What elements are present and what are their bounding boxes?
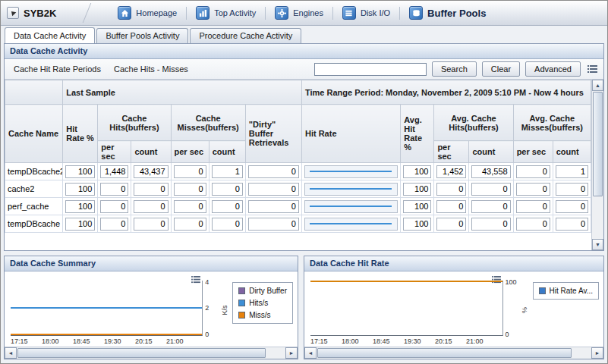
hits-per-sec-value: 1,448 xyxy=(100,165,128,178)
link-cache-hits-misses[interactable]: Cache Hits - Misses xyxy=(114,64,188,74)
search-button[interactable]: Search xyxy=(432,61,477,77)
vertical-scrollbar: ▲ ▼ xyxy=(591,80,603,250)
x-tick-label: 18:00 xyxy=(342,337,373,347)
scroll-thumb[interactable] xyxy=(317,348,572,358)
col-hits-per-sec[interactable]: per sec xyxy=(98,141,131,163)
hit-rate-y-axis: 100 0 xyxy=(503,281,520,347)
summary-y-axis: 4 2 0 xyxy=(203,281,219,347)
tab-procedure-cache-activity[interactable]: Procedure Cache Activity xyxy=(190,28,301,43)
avg-misses-count-value: 0 xyxy=(556,183,588,196)
nav-homepage[interactable]: Homepage xyxy=(109,4,186,22)
col-cache-hits[interactable]: Cache Hits(buffers) xyxy=(98,105,171,141)
scroll-right-arrow[interactable]: ► xyxy=(285,347,298,359)
table-row[interactable]: cache2 100 0 0 0 0 0 100 0 0 0 xyxy=(5,180,591,198)
x-tick-label: 20:15 xyxy=(135,337,166,347)
scroll-right-arrow[interactable]: ► xyxy=(591,347,603,359)
top-activity-icon xyxy=(196,6,209,20)
avg-misses-per-sec-value: 0 xyxy=(516,183,550,196)
nav-disk-io[interactable]: Disk I/O xyxy=(333,4,399,22)
col-cache-name[interactable]: Cache Name xyxy=(5,105,63,163)
col-avg-hits-per-sec[interactable]: per sec xyxy=(434,141,469,163)
avg-misses-count-value: 0 xyxy=(556,218,588,231)
hit-rate-x-axis: 17:15 18:00 18:45 19:30 20:15 21:00 xyxy=(310,336,503,347)
col-cache-misses[interactable]: Cache Misses(buffers) xyxy=(171,105,245,141)
collapse-icon[interactable] xyxy=(7,7,19,19)
scroll-thumb[interactable] xyxy=(17,348,266,358)
col-dirty-buffer-retrievals[interactable]: "Dirty" Buffer Retrievals xyxy=(245,105,301,163)
grid-wrap: Last Sample Time Range Period: Monday, N… xyxy=(5,80,591,250)
misses-count-value: 0 xyxy=(212,218,243,231)
col-misses-per-sec[interactable]: per sec xyxy=(171,141,209,163)
scroll-track[interactable] xyxy=(317,347,591,359)
col-hit-rate[interactable]: Hit Rate xyxy=(301,105,400,163)
scroll-left-arrow[interactable]: ◄ xyxy=(5,347,17,359)
col-avg-cache-hits[interactable]: Avg. Cache Hits(buffers) xyxy=(434,105,513,141)
col-avg-cache-misses[interactable]: Avg. Cache Misses(buffers) xyxy=(513,105,591,141)
legend-label: Hit Rate Av... xyxy=(550,287,593,295)
hits-per-sec-value: 0 xyxy=(100,200,128,213)
tab-data-cache-activity[interactable]: Data Cache Activity xyxy=(5,27,95,43)
col-hit-rate-pct[interactable]: Hit Rate % xyxy=(63,105,98,163)
hit-rate-y-unit-label: % xyxy=(520,281,530,347)
hit-rate-chart-menu-icon[interactable] xyxy=(492,273,501,287)
avg-hit-rate-value: 100 xyxy=(403,218,431,231)
legend-label: Dirty Buffer xyxy=(249,287,287,295)
misses-count-value: 0 xyxy=(212,183,243,196)
nav-top-activity[interactable]: Top Activity xyxy=(187,4,265,22)
avg-hits-count-value: 0 xyxy=(471,183,510,196)
summary-legend: Dirty Buffer Hits/s Miss/s xyxy=(232,282,293,324)
search-input[interactable] xyxy=(314,63,427,76)
avg-hit-rate-value: 100 xyxy=(403,200,431,213)
data-cache-activity-panel: Data Cache Activity Cache Hit Rate Perio… xyxy=(4,43,604,251)
avg-hits-per-sec-value: 0 xyxy=(436,218,466,231)
scroll-thumb[interactable] xyxy=(593,92,603,196)
title-divider xyxy=(83,3,92,23)
col-misses-count[interactable]: count xyxy=(209,141,245,163)
legend-item-dirty-buffer: Dirty Buffer xyxy=(238,287,287,295)
grid-menu-icon[interactable] xyxy=(586,64,598,74)
tab-buffer-pools-activity[interactable]: Buffer Pools Activity xyxy=(96,28,188,43)
table-area: Last Sample Time Range Period: Monday, N… xyxy=(5,80,603,250)
hits-count-value: 0 xyxy=(134,183,168,196)
homepage-icon xyxy=(118,6,131,20)
avg-hit-rate-value: 100 xyxy=(403,183,431,196)
panel-toolbar: Cache Hit Rate Periods Cache Hits - Miss… xyxy=(5,59,603,80)
summary-y-unit-label: K/s xyxy=(219,281,229,347)
y-tick-label: 0 xyxy=(506,331,509,338)
col-hits-count[interactable]: count xyxy=(131,141,171,163)
top-bar: SYB2K Homepage Top Activity xyxy=(1,1,607,26)
summary-horizontal-scrollbar: ◄ ► xyxy=(5,347,298,359)
scroll-left-arrow[interactable]: ◄ xyxy=(304,347,317,359)
nav-buffer-pools[interactable]: Buffer Pools xyxy=(400,4,495,22)
misses-count-value: 0 xyxy=(212,200,243,213)
scroll-up-arrow[interactable]: ▲ xyxy=(592,80,603,91)
link-cache-hit-rate-periods[interactable]: Cache Hit Rate Periods xyxy=(14,64,101,74)
summary-plot-area xyxy=(11,281,203,336)
scroll-track[interactable] xyxy=(17,347,285,359)
col-avg-hit-rate-pct[interactable]: Avg. Hit Rate % xyxy=(401,105,434,163)
nav-engines[interactable]: Engines xyxy=(266,4,332,22)
scroll-track[interactable] xyxy=(592,197,603,239)
avg-hits-per-sec-value: 0 xyxy=(436,183,466,196)
col-avg-misses-count[interactable]: count xyxy=(553,141,591,163)
nav-engines-label: Engines xyxy=(293,8,323,17)
hit-rate-sparkline xyxy=(304,200,398,213)
table-row[interactable]: perf_cache 100 0 0 0 0 0 100 0 0 0 xyxy=(5,198,591,215)
table-row[interactable]: tempDBcache2 100 1,448 43,437 0 1 0 100 … xyxy=(5,163,591,180)
top-nav: Homepage Top Activity Engines xyxy=(109,4,495,22)
col-avg-hits-count[interactable]: count xyxy=(469,141,513,163)
misses-per-sec-value: 0 xyxy=(174,218,206,231)
advanced-button[interactable]: Advanced xyxy=(525,61,581,77)
nav-top-activity-label: Top Activity xyxy=(214,8,256,17)
dirty-buffer-swatch xyxy=(238,287,245,294)
table-row[interactable]: tempDBcache 100 0 0 0 0 0 100 0 0 0 xyxy=(5,215,591,233)
clear-button[interactable]: Clear xyxy=(482,61,520,77)
x-tick-label: 18:00 xyxy=(42,337,73,347)
col-avg-misses-per-sec[interactable]: per sec xyxy=(513,141,553,163)
bottom-charts: Data Cache Summary 17:15 18:00 18:4 xyxy=(4,256,604,359)
summary-chart-menu-icon[interactable] xyxy=(191,273,200,287)
scroll-down-arrow[interactable]: ▼ xyxy=(592,239,603,250)
hit-rate-sparkline xyxy=(304,218,398,231)
buffer-pools-icon xyxy=(409,6,423,20)
hit-rate-avg-swatch xyxy=(539,287,546,294)
